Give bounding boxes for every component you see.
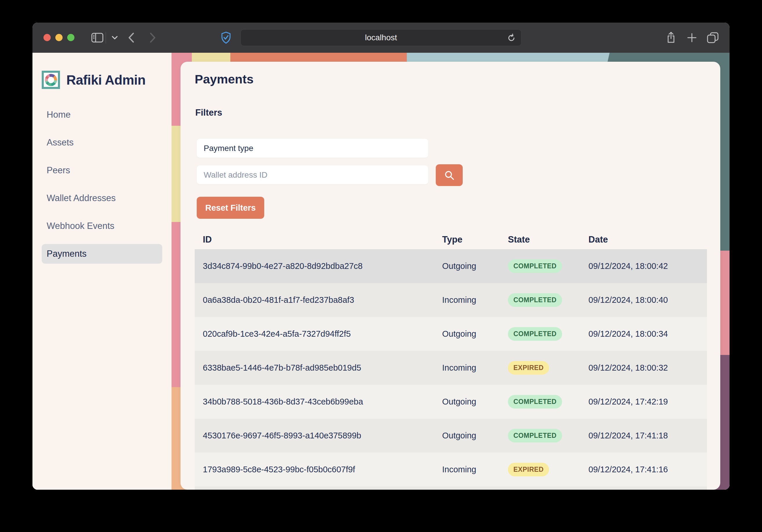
back-icon[interactable] <box>124 23 138 53</box>
sidebar-item-payments[interactable]: Payments <box>42 244 162 264</box>
payment-type-select[interactable]: Payment type <box>197 139 428 158</box>
payment-id: 34b0b788-5018-436b-8d37-43ceb6b99eba <box>195 397 442 407</box>
sidebar-item-label: Assets <box>47 137 74 148</box>
table-row[interactable]: 3d34c874-99b0-4e27-a820-8d92bdba27c8Outg… <box>195 249 707 283</box>
sidebar-item-home[interactable]: Home <box>42 105 162 124</box>
payment-date: 09/12/2024, 18:00:34 <box>588 329 707 339</box>
payment-id: 6338bae5-1446-4e7b-b78f-ad985eb019d5 <box>195 363 442 373</box>
payment-state-cell: COMPLETED <box>508 293 588 307</box>
column-header-state: State <box>508 234 588 245</box>
table-row-partial <box>195 487 707 490</box>
wallet-address-placeholder: Wallet address ID <box>204 170 267 180</box>
sidebar-item-peers[interactable]: Peers <box>42 161 162 180</box>
wallet-address-input[interactable]: Wallet address ID <box>197 166 428 184</box>
status-badge: EXPIRED <box>508 361 549 375</box>
table-row[interactable]: 4530176e-9697-46f5-8993-a140e375899bOutg… <box>195 419 707 453</box>
payment-id: 0a6a38da-0b20-481f-a1f7-fed237ba8af3 <box>195 295 442 305</box>
table-row[interactable]: 0a6a38da-0b20-481f-a1f7-fed237ba8af3Inco… <box>195 283 707 317</box>
sidebar-nav: HomeAssetsPeersWallet AddressesWebhook E… <box>42 105 162 264</box>
payment-date: 09/12/2024, 17:42:19 <box>588 397 707 407</box>
payment-state-cell: COMPLETED <box>508 259 588 273</box>
payment-type: Outgoing <box>442 431 508 440</box>
filters-heading: Filters <box>195 108 222 118</box>
payment-type: Incoming <box>442 465 508 474</box>
payments-table-body: 3d34c874-99b0-4e27-a820-8d92bdba27c8Outg… <box>195 249 707 487</box>
sidebar-item-webhook-events[interactable]: Webhook Events <box>42 216 162 236</box>
payment-state-cell: COMPLETED <box>508 327 588 341</box>
sidebar-toggle-icon[interactable] <box>89 23 106 53</box>
minimize-window-button[interactable] <box>55 34 63 41</box>
payment-id: 3d34c874-99b0-4e27-a820-8d92bdba27c8 <box>195 262 442 271</box>
column-header-type: Type <box>442 234 508 245</box>
payments-panel: Payments Filters Payment type Wallet add… <box>181 62 720 490</box>
sidebar-item-label: Payments <box>47 249 87 259</box>
sidebar: Rafiki Admin HomeAssetsPeersWallet Addre… <box>33 53 172 490</box>
payment-id: 4530176e-9697-46f5-8993-a140e375899b <box>195 431 442 440</box>
column-header-id: ID <box>195 234 442 245</box>
table-header: ID Type State Date <box>195 230 707 249</box>
sidebar-item-label: Webhook Events <box>47 221 114 231</box>
payment-type: Outgoing <box>442 262 508 271</box>
magnifier-icon <box>444 170 455 181</box>
status-badge: COMPLETED <box>508 327 562 341</box>
payment-type: Incoming <box>442 363 508 373</box>
rafiki-logo-icon <box>42 71 60 89</box>
payment-state-cell: COMPLETED <box>508 395 588 409</box>
status-badge: EXPIRED <box>508 463 549 476</box>
brand: Rafiki Admin <box>42 71 145 89</box>
column-header-date: Date <box>588 234 707 245</box>
sidebar-item-assets[interactable]: Assets <box>42 133 162 152</box>
payment-date: 09/12/2024, 18:00:40 <box>588 295 707 305</box>
browser-window: localhost <box>33 23 729 490</box>
payment-type: Outgoing <box>442 329 508 339</box>
browser-titlebar: localhost <box>33 23 729 53</box>
payment-type: Outgoing <box>442 397 508 407</box>
reset-filters-button[interactable]: Reset Filters <box>197 197 264 219</box>
payment-date: 09/12/2024, 18:00:32 <box>588 363 707 373</box>
payment-state-cell: COMPLETED <box>508 429 588 442</box>
payment-id: 020caf9b-1ce3-42e4-a5fa-7327d94ff2f5 <box>195 329 442 339</box>
window-controls <box>43 34 74 41</box>
search-button[interactable] <box>436 164 463 186</box>
status-badge: COMPLETED <box>508 259 562 273</box>
shield-check-icon[interactable] <box>218 23 234 53</box>
payment-type: Incoming <box>442 295 508 305</box>
brand-title: Rafiki Admin <box>66 72 145 88</box>
table-row[interactable]: 020caf9b-1ce3-42e4-a5fa-7327d94ff2f5Outg… <box>195 317 707 351</box>
payment-id: 1793a989-5c8e-4523-99bc-f05b0c607f9f <box>195 465 442 474</box>
chevron-down-icon[interactable] <box>109 23 120 53</box>
payment-type-value: Payment type <box>204 144 253 153</box>
new-tab-icon[interactable] <box>684 23 700 53</box>
page-content: Rafiki Admin HomeAssetsPeersWallet Addre… <box>33 53 729 490</box>
sidebar-item-label: Peers <box>47 165 70 176</box>
sidebar-item-label: Home <box>47 110 71 120</box>
table-row[interactable]: 34b0b788-5018-436b-8d37-43ceb6b99ebaOutg… <box>195 385 707 419</box>
sidebar-item-label: Wallet Addresses <box>47 193 115 203</box>
page-title: Payments <box>195 72 254 86</box>
payment-state-cell: EXPIRED <box>508 463 588 476</box>
desktop: localhost <box>0 0 762 532</box>
tab-overview-icon[interactable] <box>704 23 722 53</box>
payment-state-cell: EXPIRED <box>508 361 588 375</box>
status-badge: COMPLETED <box>508 293 562 307</box>
toolbar-divider <box>106 32 106 43</box>
status-badge: COMPLETED <box>508 395 562 409</box>
share-icon[interactable] <box>663 23 679 53</box>
sidebar-item-wallet-addresses[interactable]: Wallet Addresses <box>42 189 162 208</box>
address-bar[interactable]: localhost <box>241 29 521 46</box>
refresh-icon[interactable] <box>503 30 519 46</box>
forward-icon[interactable] <box>146 23 159 53</box>
table-row[interactable]: 1793a989-5c8e-4523-99bc-f05b0c607f9fInco… <box>195 453 707 487</box>
zoom-window-button[interactable] <box>67 34 74 41</box>
payment-date: 09/12/2024, 17:41:16 <box>588 465 707 474</box>
payment-date: 09/12/2024, 18:00:42 <box>588 262 707 271</box>
url-text: localhost <box>365 33 397 42</box>
table-row[interactable]: 6338bae5-1446-4e7b-b78f-ad985eb019d5Inco… <box>195 351 707 385</box>
status-badge: COMPLETED <box>508 429 562 442</box>
payments-table: ID Type State Date 3d34c874-99b0-4e27-a8… <box>195 230 707 490</box>
payment-date: 09/12/2024, 17:41:18 <box>588 431 707 440</box>
close-window-button[interactable] <box>43 34 51 41</box>
